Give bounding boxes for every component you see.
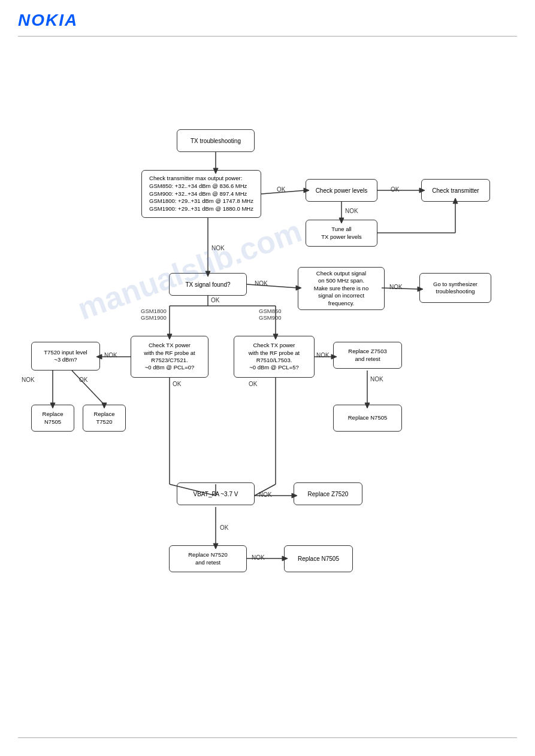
label-ok-r7523: OK	[173, 381, 181, 387]
label-gsm1800-1900: GSM1800GSM1900	[141, 308, 167, 321]
box-tune-tx-power: Tune allTX power levels	[306, 220, 377, 247]
box-replace-n7520: Replace N7520and retest	[169, 545, 247, 572]
label-nok4: NOK	[104, 352, 117, 359]
box-vbat-pa: VBAT_PA ~3.7 V	[177, 482, 255, 505]
top-rule	[18, 36, 517, 37]
box-check-transmitter-power: Check transmitter max output power:GSM85…	[141, 170, 261, 218]
label-ok-vbat: OK	[220, 524, 228, 531]
box-tx-signal-found: TX signal found?	[169, 273, 247, 296]
box-go-to-synthesizer: Go to synthesizertroubleshooting	[419, 273, 491, 303]
box-check-tx-r7510: Check TX powerwith the RF probe atR7510/…	[234, 336, 315, 378]
label-nok2: NOK	[255, 280, 268, 287]
label-ok-t7520: OK	[79, 377, 87, 383]
box-replace-z7503: Replace Z7503and retest	[333, 342, 402, 369]
box-replace-z7520: Replace Z7520	[294, 482, 362, 505]
box-replace-n7505-right: Replace N7505	[333, 405, 402, 432]
label-ok1: OK	[277, 186, 285, 193]
label-ok2: OK	[391, 186, 399, 193]
label-nok-tune: NOK	[345, 208, 358, 214]
svg-line-28	[72, 371, 104, 405]
label-ok-r7510: OK	[249, 381, 257, 387]
label-gsm850-900: GSM850GSM900	[259, 308, 282, 321]
label-nok3: NOK	[389, 284, 403, 290]
box-replace-n7505-bottom: Replace N7505	[284, 545, 353, 572]
arrows-svg	[0, 42, 535, 749]
box-check-power-levels: Check power levels	[306, 179, 377, 202]
box-check-output-signal: Check output signalon 500 MHz span.Make …	[298, 267, 385, 310]
diagram-area: manualslib.com	[0, 42, 535, 749]
box-check-tx-r7523: Check TX powerwith the RF probe atR7523/…	[131, 336, 208, 378]
label-nok6: NOK	[370, 376, 383, 382]
box-tx-troubleshooting: TX troubleshooting	[177, 129, 255, 152]
bottom-rule	[18, 737, 517, 738]
box-replace-n7505-left: ReplaceN7505	[31, 405, 74, 432]
label-nok-n7520: NOK	[252, 554, 265, 561]
box-t7520-input: T7520 input level~3 dBm?	[31, 342, 100, 371]
label-nok1: NOK	[211, 245, 225, 251]
header: NOKIA	[0, 0, 535, 36]
label-ok3: OK	[211, 297, 219, 303]
label-nok-left: NOK	[22, 377, 35, 383]
nokia-logo: NOKIA	[18, 11, 517, 30]
label-nok5: NOK	[316, 352, 330, 359]
box-check-transmitter: Check transmitter	[421, 179, 490, 202]
label-nok-vbat: NOK	[259, 491, 272, 498]
box-replace-t7520: ReplaceT7520	[83, 405, 126, 432]
